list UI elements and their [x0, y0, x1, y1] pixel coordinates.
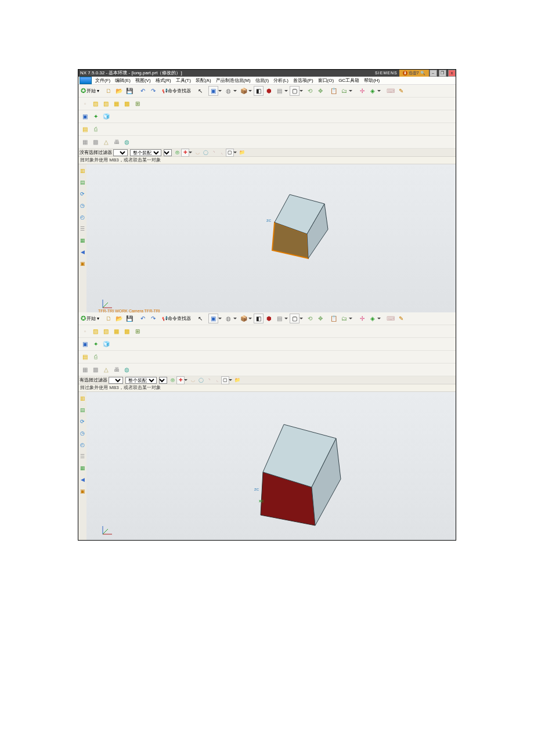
a3-icon[interactable]: 🧊 — [101, 111, 111, 121]
3d-viewport[interactable]: ZC XC — [86, 392, 456, 540]
comp-3-icon[interactable]: ▧ — [101, 99, 111, 109]
a2-icon[interactable]: ✦ — [91, 111, 100, 121]
history2-tab[interactable]: ◴ — [79, 441, 86, 449]
b1-icon[interactable]: ▤ — [80, 352, 90, 362]
browser-tab[interactable]: ◀ — [79, 248, 86, 256]
edit-icon[interactable]: ✎ — [396, 86, 406, 96]
undo-icon[interactable]: ↶ — [138, 86, 147, 96]
layers-tab[interactable]: ▣ — [79, 487, 86, 495]
comp-1-icon[interactable]: ▫ — [80, 326, 90, 336]
move-icon[interactable]: ✢ — [357, 314, 367, 323]
redo-icon[interactable]: ↷ — [148, 86, 158, 96]
f3-icon[interactable]: ◡ — [193, 149, 201, 157]
copy-icon[interactable]: 📋 — [329, 86, 338, 96]
save-icon[interactable]: 💾 — [124, 86, 134, 96]
f1-icon[interactable]: ◎ — [168, 376, 176, 384]
layer-icon[interactable]: ▤ — [275, 86, 284, 96]
a2-icon[interactable]: ✦ — [91, 339, 100, 349]
menu-prefs[interactable]: 首选项(P) — [291, 77, 316, 84]
redo-icon[interactable]: ↷ — [148, 314, 158, 323]
menu-file[interactable]: 文件(F) — [93, 77, 113, 84]
c5-icon[interactable]: ◍ — [122, 365, 132, 375]
start-menu[interactable]: ✪开始 ▾ — [80, 314, 100, 323]
a3-icon[interactable]: 🧊 — [101, 339, 111, 349]
f6-icon[interactable]: ◟ — [218, 149, 226, 157]
snapshot-icon[interactable]: ◧ — [254, 314, 264, 323]
layer-icon[interactable]: ▤ — [275, 314, 284, 323]
b1-icon[interactable]: ▤ — [80, 124, 90, 134]
browser-tab[interactable]: ◀ — [79, 476, 86, 484]
filter-extra-select[interactable] — [159, 377, 167, 384]
f7-icon[interactable]: ▢ — [221, 376, 229, 384]
part-navigator-tab[interactable]: ▥ — [79, 394, 86, 402]
c1-icon[interactable]: ▦ — [80, 137, 90, 147]
history-tab[interactable]: ◷ — [79, 201, 86, 210]
a1-icon[interactable]: ▣ — [80, 111, 90, 121]
comp-5-icon[interactable]: ▩ — [122, 326, 132, 336]
fit-icon[interactable]: ▢ — [290, 86, 300, 96]
cursor-icon[interactable]: ↖ — [195, 314, 205, 323]
comp-6-icon[interactable]: ⊞ — [132, 99, 142, 109]
menu-help[interactable]: 帮助(H) — [362, 77, 382, 84]
shade-icon[interactable]: ◍ — [223, 314, 233, 323]
menu-edit[interactable]: 编辑(E) — [113, 77, 133, 84]
assembly-navigator-tab[interactable]: ▤ — [79, 406, 86, 414]
history2-tab[interactable]: ◴ — [79, 213, 86, 221]
palette-tab[interactable]: ▦ — [79, 236, 86, 244]
assembly-navigator-tab[interactable]: ▤ — [79, 178, 86, 186]
f2-icon[interactable]: ✚ — [176, 376, 185, 384]
b2-icon[interactable]: ⎙ — [91, 124, 100, 134]
snapshot-icon[interactable]: ◧ — [254, 86, 264, 96]
f7-icon[interactable]: ▢ — [226, 149, 234, 157]
c5-icon[interactable]: ◍ — [122, 137, 132, 147]
keyboard-icon[interactable]: ⌨ — [385, 86, 395, 96]
shade-icon[interactable]: ◍ — [223, 86, 233, 96]
reuse-tab[interactable]: ⟳ — [79, 417, 86, 426]
filter-scope-select[interactable]: 整个装配 — [125, 377, 157, 384]
c4-icon[interactable]: 🖶 — [111, 365, 121, 375]
menu-assembly[interactable]: 装配(A) — [193, 77, 214, 84]
comp-3-icon[interactable]: ▧ — [101, 326, 111, 336]
f3-icon[interactable]: ◡ — [189, 376, 197, 384]
copy-icon[interactable]: 📋 — [329, 314, 338, 323]
edit-icon[interactable]: ✎ — [396, 314, 406, 323]
comp-4-icon[interactable]: ▦ — [111, 99, 121, 109]
comp-4-icon[interactable]: ▦ — [111, 326, 121, 336]
undo-icon[interactable]: ↶ — [138, 314, 147, 323]
a1-icon[interactable]: ▣ — [80, 339, 90, 349]
comp-1-icon[interactable]: ▫ — [80, 99, 90, 109]
open-icon[interactable]: 📂 — [114, 86, 124, 96]
f5-icon[interactable]: ◝ — [205, 376, 213, 384]
comp-2-icon[interactable]: ▨ — [91, 99, 100, 109]
f1-icon[interactable]: ◎ — [173, 149, 181, 157]
wcs-icon[interactable]: ⬢ — [264, 86, 274, 96]
wave-icon[interactable]: ◈ — [367, 86, 377, 96]
c2-icon[interactable]: ▩ — [91, 137, 100, 147]
f8-icon[interactable]: 📁 — [238, 149, 246, 157]
rotate-icon[interactable]: ⟲ — [305, 314, 315, 323]
open-icon[interactable]: 📂 — [114, 314, 124, 323]
view-toggle-icon[interactable]: ▣ — [208, 86, 218, 96]
minimize-button[interactable]: – — [430, 70, 437, 77]
cmd-finder[interactable]: 📢 命令查找器 — [161, 86, 192, 96]
palette-tab[interactable]: ▦ — [79, 464, 86, 472]
cursor-icon[interactable]: ↖ — [195, 86, 205, 96]
filter-type-select[interactable] — [113, 149, 128, 156]
filter-type-select[interactable] — [109, 377, 123, 384]
f4-icon[interactable]: ◯ — [197, 376, 205, 384]
rotate-icon[interactable]: ⟲ — [305, 86, 315, 96]
menu-analysis[interactable]: 分析(L) — [271, 77, 291, 84]
new-icon[interactable]: 🗋 — [103, 314, 113, 323]
roles-tab[interactable]: ☰ — [79, 225, 86, 233]
comp-2-icon[interactable]: ▨ — [91, 326, 100, 336]
start-menu[interactable]: ✪开始 ▾ — [80, 86, 100, 96]
view-toggle-icon[interactable]: ▣ — [208, 314, 218, 323]
part-navigator-tab[interactable]: ▥ — [79, 167, 86, 175]
wave-icon[interactable]: ◈ — [367, 314, 377, 323]
c1-icon[interactable]: ▦ — [80, 365, 90, 375]
c2-icon[interactable]: ▩ — [91, 365, 100, 375]
keyboard-icon[interactable]: ⌨ — [385, 314, 395, 323]
close-button[interactable]: x — [448, 70, 456, 77]
c4-icon[interactable]: 🖶 — [111, 137, 121, 147]
reuse-tab[interactable]: ⟳ — [79, 190, 86, 198]
